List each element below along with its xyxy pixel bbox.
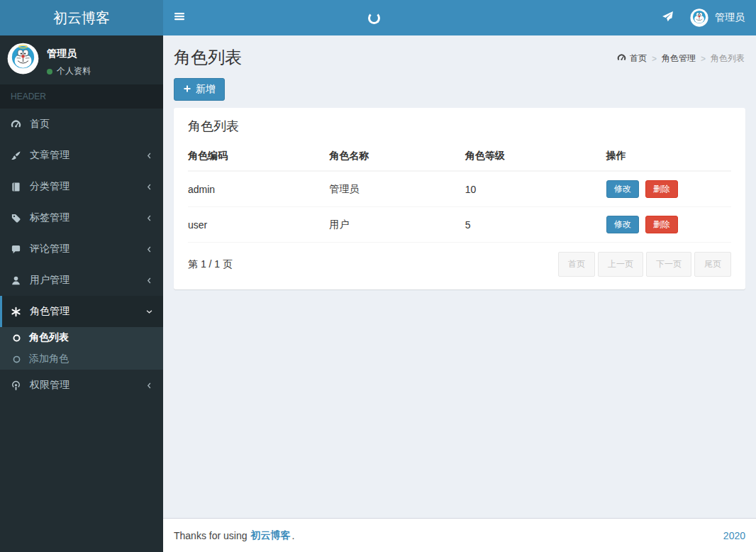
breadcrumb-section-label: 角色管理 <box>662 53 696 65</box>
column-header-role-level: 角色等级 <box>465 142 606 171</box>
cell-role-name: 管理员 <box>329 171 465 207</box>
dashboard-icon <box>11 119 30 130</box>
sidebar-user-panel: 管理员 个人资料 <box>0 35 163 84</box>
send-button[interactable] <box>652 0 683 35</box>
sidebar-item-label: 用户管理 <box>30 274 70 287</box>
cell-role-level: 5 <box>465 207 606 243</box>
sidebar-item-label: 标签管理 <box>30 211 70 224</box>
chevron-left-icon <box>145 214 153 222</box>
sidebar-toggle-button[interactable] <box>163 0 196 35</box>
navbar-right: 管理员 <box>652 0 756 35</box>
book-icon <box>11 182 30 192</box>
breadcrumb-section[interactable]: 角色管理 <box>662 53 696 65</box>
podcast-icon <box>11 380 30 391</box>
footer-brand-link[interactable]: 初云博客 <box>251 529 291 542</box>
panel-header: 角色列表 <box>174 108 745 140</box>
sidebar-item-tags[interactable]: 标签管理 <box>0 202 163 233</box>
navbar-avatar <box>690 9 708 27</box>
user-icon <box>11 275 30 286</box>
edit-button[interactable]: 修改 <box>606 180 639 198</box>
footer-text: Thanks for using <box>174 530 248 541</box>
hamburger-icon <box>174 11 185 25</box>
chevron-down-icon <box>145 308 153 316</box>
chevron-left-icon <box>145 245 153 253</box>
pagination-first-button[interactable]: 首页 <box>558 252 595 277</box>
pagination-next-button[interactable]: 下一页 <box>646 252 691 277</box>
brand-logo[interactable]: 初云博客 <box>0 0 163 35</box>
plus-icon <box>183 84 191 95</box>
table-header-row: 角色编码 角色名称 角色等级 操作 <box>188 142 731 171</box>
sidebar-item-label: 文章管理 <box>30 149 70 162</box>
roles-table: 角色编码 角色名称 角色等级 操作 admin 管理员 10 修改 删除 <box>188 142 731 243</box>
sidebar-item-label: 角色管理 <box>30 305 70 318</box>
sidebar-section-label: HEADER <box>0 84 163 109</box>
sidebar: 管理员 个人资料 HEADER 首页 文章管理 <box>0 35 163 552</box>
toolbar: 新增 <box>163 69 756 101</box>
column-header-role-name: 角色名称 <box>329 142 465 171</box>
paper-plane-icon <box>662 11 674 26</box>
breadcrumb-current-label: 角色列表 <box>711 53 745 65</box>
breadcrumb-home[interactable]: 首页 <box>617 53 647 65</box>
sidebar-item-articles[interactable]: 文章管理 <box>0 140 163 171</box>
pagination-info: 第 1 / 1 页 <box>188 258 233 271</box>
comment-icon <box>11 244 30 255</box>
sidebar-item-users[interactable]: 用户管理 <box>0 265 163 296</box>
navbar-username: 管理员 <box>715 11 745 24</box>
delete-button[interactable]: 删除 <box>645 216 678 233</box>
cell-role-code: user <box>188 207 329 243</box>
sidebar-item-categories[interactable]: 分类管理 <box>0 171 163 202</box>
cell-actions: 修改 删除 <box>606 207 731 243</box>
sidebar-item-roles[interactable]: 角色管理 <box>0 296 163 327</box>
content-wrapper: 角色列表 首页 > 角色管理 > 角色列表 新增 <box>163 35 756 518</box>
sidebar-item-comments[interactable]: 评论管理 <box>0 233 163 265</box>
content-header: 角色列表 首页 > 角色管理 > 角色列表 <box>163 35 756 69</box>
top-navbar: 管理员 <box>163 0 756 35</box>
profile-link[interactable]: 个人资料 <box>47 65 91 77</box>
breadcrumb-separator: > <box>652 54 657 64</box>
cell-actions: 修改 删除 <box>606 171 731 207</box>
user-menu[interactable]: 管理员 <box>683 0 756 35</box>
profile-link-label: 个人资料 <box>57 65 91 77</box>
pagination-last-button[interactable]: 尾页 <box>694 252 731 277</box>
sidebar-item-label: 权限管理 <box>30 379 70 392</box>
edit-button[interactable]: 修改 <box>606 216 639 233</box>
delete-button[interactable]: 删除 <box>645 180 678 198</box>
cell-role-level: 10 <box>465 171 606 207</box>
panel-title: 角色列表 <box>188 119 239 133</box>
page-title: 角色列表 <box>174 46 242 69</box>
breadcrumb-separator: > <box>701 54 706 64</box>
sidebar-item-permissions[interactable]: 权限管理 <box>0 370 163 401</box>
sidebar-subitem-role-list[interactable]: 角色列表 <box>0 327 163 348</box>
cell-role-code: admin <box>188 171 329 207</box>
sidebar-avatar <box>7 43 39 74</box>
circle-o-icon <box>12 355 29 364</box>
add-role-button-label: 新增 <box>196 83 216 96</box>
pagination-prev-button[interactable]: 上一页 <box>598 252 643 277</box>
breadcrumb: 首页 > 角色管理 > 角色列表 <box>617 53 745 65</box>
role-list-panel: 角色列表 角色编码 角色名称 角色等级 操作 admin 管理员 10 <box>174 108 745 289</box>
sidebar-item-home[interactable]: 首页 <box>0 109 163 140</box>
roles-submenu: 角色列表 添加角色 <box>0 327 163 370</box>
chevron-left-icon <box>145 382 153 390</box>
main-header: 初云博客 管理员 <box>0 0 756 35</box>
add-role-button[interactable]: 新增 <box>174 78 225 101</box>
sidebar-subitem-label: 添加角色 <box>29 353 69 365</box>
online-status-icon <box>47 69 52 74</box>
column-header-role-code: 角色编码 <box>188 142 329 171</box>
chevron-left-icon <box>145 152 153 160</box>
column-header-actions: 操作 <box>606 142 731 171</box>
sidebar-item-label: 首页 <box>30 118 50 131</box>
sidebar-user-name: 管理员 <box>47 48 91 60</box>
dashboard-icon <box>617 53 626 65</box>
breadcrumb-current: 角色列表 <box>711 53 745 65</box>
paintbrush-icon <box>11 150 30 161</box>
chevron-left-icon <box>145 183 153 191</box>
sidebar-menu: 首页 文章管理 分类管理 标签管理 <box>0 109 163 401</box>
sidebar-subitem-add-role[interactable]: 添加角色 <box>0 348 163 370</box>
table-row: user 用户 5 修改 删除 <box>188 207 731 243</box>
sidebar-subitem-label: 角色列表 <box>29 331 69 344</box>
panel-footer: 第 1 / 1 页 首页 上一页 下一页 尾页 <box>174 243 745 289</box>
sidebar-item-label: 评论管理 <box>30 243 70 255</box>
loading-spinner-icon <box>368 12 380 24</box>
asterisk-icon <box>11 307 30 317</box>
